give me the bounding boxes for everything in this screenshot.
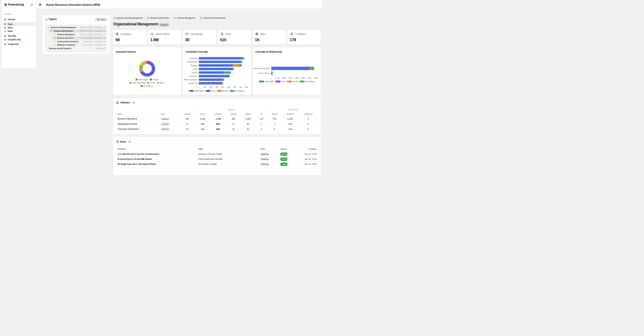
svg-text:Oyster HR: Oyster HR [188,82,198,84]
svg-text:4,000: 4,000 [294,77,299,79]
svg-text:1,000: 1,000 [276,77,280,79]
svg-text:200: 200 [209,86,212,88]
svg-text:Patriot Software: Patriot Software [184,79,198,81]
svg-text:Product Competitor: Product Competitor [253,67,270,69]
svg-text:6,000: 6,000 [307,77,312,79]
svg-text:100: 100 [203,86,206,88]
svg-text:2,000: 2,000 [282,77,286,79]
svg-text:Rippling: Rippling [190,64,198,66]
svg-text:700: 700 [239,86,242,88]
svg-text:300: 300 [215,86,218,88]
svg-text:OnPay: OnPay [192,72,198,74]
svg-text:Paylocity: Paylocity [190,57,198,59]
svg-text:Justworks: Justworks [189,75,198,77]
svg-text:5,000: 5,000 [301,77,305,79]
svg-text:BambooHR: BambooHR [188,61,198,63]
svg-text:400: 400 [221,86,224,88]
svg-text:Project Owner: Project Owner [258,72,270,74]
svg-text:0: 0 [271,77,272,79]
svg-text:3,000: 3,000 [288,77,292,79]
svg-text:600: 600 [233,86,236,88]
svg-text:800: 800 [245,86,248,88]
svg-text:0: 0 [198,86,199,88]
svg-text:Deel: Deel [193,68,198,70]
svg-text:7,000: 7,000 [314,77,318,79]
svg-text:500: 500 [227,86,230,88]
